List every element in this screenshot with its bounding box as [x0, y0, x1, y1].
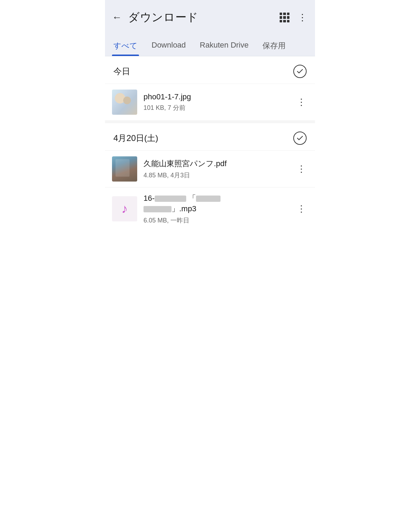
- grid-view-button[interactable]: [280, 13, 289, 22]
- content-area: 今日 pho01-1-7.jpg 101 KB, 7 分前 ⋮ 4月20日(土)…: [105, 56, 315, 230]
- tab-download[interactable]: Download: [150, 35, 187, 56]
- file-meta-pdf: 4.85 MB, 4月3日: [144, 171, 289, 179]
- mp3-redacted-3: [144, 206, 172, 212]
- file-item-pdf: 久能山東照宮パンフ.pdf 4.85 MB, 4月3日 ⋮: [105, 150, 315, 187]
- page-title: ダウンロード: [128, 10, 198, 25]
- select-all-april-button[interactable]: [293, 132, 307, 145]
- tab-storage[interactable]: 保存用: [261, 35, 287, 56]
- section-today-header: 今日: [105, 56, 315, 84]
- file-info-mp3: 16- 「 」.mp3 6.05 MB, 一昨日: [144, 193, 289, 225]
- mp3-name-prefix: 16-: [144, 194, 155, 203]
- grid-cell: [287, 16, 289, 19]
- file-name-mp3: 16- 「 」.mp3: [144, 193, 289, 214]
- header-left: ← ダウンロード: [112, 10, 198, 25]
- file-name-photo: pho01-1-7.jpg: [144, 92, 289, 101]
- header-actions: ⋮: [280, 13, 307, 22]
- grid-cell: [280, 20, 282, 22]
- section-divider: [105, 120, 315, 123]
- file-meta-mp3: 6.05 MB, 一昨日: [144, 216, 289, 225]
- file-thumbnail-music: ♪: [112, 196, 137, 221]
- file-info-pdf: 久能山東照宮パンフ.pdf 4.85 MB, 4月3日: [144, 158, 289, 179]
- file-info-photo: pho01-1-7.jpg 101 KB, 7 分前: [144, 92, 289, 112]
- mp3-redacted-2: [196, 196, 220, 202]
- file-more-button-pdf[interactable]: ⋮: [295, 163, 307, 175]
- file-item-photo: pho01-1-7.jpg 101 KB, 7 分前 ⋮: [105, 84, 315, 120]
- file-more-button-photo[interactable]: ⋮: [295, 96, 307, 108]
- select-all-today-button[interactable]: [293, 65, 307, 78]
- grid-cell: [287, 13, 289, 15]
- grid-cell: [287, 20, 289, 22]
- file-thumbnail-pdf: [112, 156, 137, 182]
- grid-cell: [283, 13, 286, 15]
- file-name-pdf: 久能山東照宮パンフ.pdf: [144, 158, 289, 169]
- section-april-title: 4月20日(土): [113, 133, 158, 144]
- file-meta-photo: 101 KB, 7 分前: [144, 104, 289, 112]
- tab-bar: すべて Download Rakuten Drive 保存用: [105, 35, 315, 56]
- section-today-title: 今日: [113, 66, 130, 77]
- file-thumbnail-photo: [112, 90, 137, 115]
- back-button[interactable]: ←: [112, 13, 122, 22]
- grid-cell: [283, 16, 286, 19]
- file-more-button-mp3[interactable]: ⋮: [295, 203, 307, 215]
- mp3-redacted-1: [155, 196, 186, 202]
- grid-cell: [283, 20, 286, 22]
- section-april-header: 4月20日(土): [105, 123, 315, 150]
- grid-cell: [280, 16, 282, 19]
- music-note-icon: ♪: [121, 201, 128, 216]
- grid-cell: [280, 13, 282, 15]
- app-header: ← ダウンロード ⋮: [105, 0, 315, 35]
- file-item-mp3: ♪ 16- 「 」.mp3 6.05 MB, 一昨日 ⋮: [105, 187, 315, 230]
- tab-all[interactable]: すべて: [112, 35, 139, 56]
- more-options-button[interactable]: ⋮: [298, 13, 307, 22]
- tab-rakuten-drive[interactable]: Rakuten Drive: [198, 35, 250, 56]
